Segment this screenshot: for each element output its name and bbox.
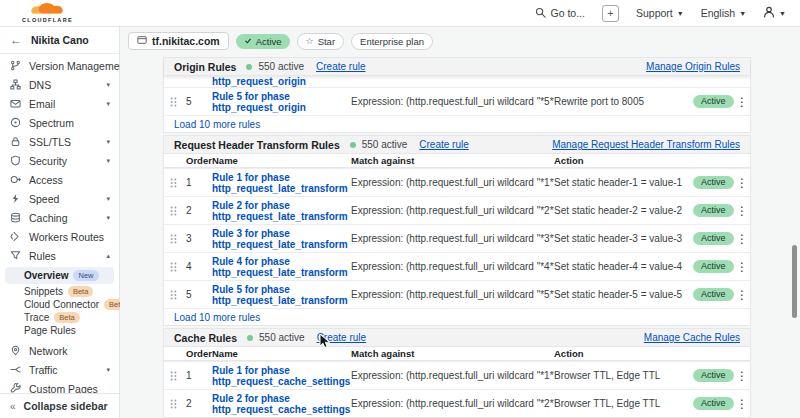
cloudflare-logo[interactable]: CLOUDFLARE	[22, 2, 73, 24]
kebab-menu-icon[interactable]: ⋮	[733, 232, 751, 246]
workers-routes-icon	[9, 231, 21, 242]
order-cell: 1	[186, 177, 212, 188]
sidebar-item-version-management[interactable]: Version Management	[0, 56, 119, 75]
kebab-menu-icon[interactable]: ⋮	[733, 369, 751, 383]
sidebar-item-speed[interactable]: Speed▾	[0, 189, 119, 208]
kebab-menu-icon[interactable]: ⋮	[733, 204, 751, 218]
create-rule-link[interactable]: Create rule	[316, 61, 365, 72]
load-more-link[interactable]: Load 10 more rules	[174, 312, 260, 323]
chevron-down-icon: ▾	[106, 138, 110, 146]
rule-name-link[interactable]: Rule 1 for phasehttp_request_cache_setti…	[212, 365, 351, 387]
match-expression: Expression: (http.request.full_uri wildc…	[351, 261, 554, 272]
column-header-order: Order	[186, 155, 212, 166]
add-button[interactable]: +	[602, 5, 619, 22]
drag-handle-icon[interactable]	[170, 262, 186, 272]
language-menu[interactable]: English ▼	[701, 7, 746, 19]
kebab-menu-icon[interactable]: ⋮	[733, 260, 751, 274]
sidebar-subitem-label: Snippets	[24, 286, 63, 297]
sidebar-item-network[interactable]: Network	[0, 341, 119, 360]
section-request-header-transform-rules: Request Header Transform Rules550 active…	[163, 135, 751, 326]
rule-name-link[interactable]: Rule 4 for phasehttp_request_late_transf…	[212, 256, 351, 278]
goto-label: Go to...	[551, 7, 585, 19]
section-header-origin-rules: Origin Rules550 activeCreate ruleManage …	[164, 58, 750, 76]
table-row: 1Rule 1 for phasehttp_request_late_trans…	[164, 168, 750, 196]
main-content: tf.nikitac.com Active ☆ Star Enterprise …	[120, 27, 800, 418]
account-menu[interactable]: ▼	[763, 6, 786, 20]
status-badge: Active	[693, 397, 734, 410]
dns-icon	[9, 79, 21, 90]
create-rule-link[interactable]: Create rule	[419, 139, 468, 150]
zone-selector[interactable]: tf.nikitac.com	[128, 32, 229, 50]
sidebar-item-traffic[interactable]: Traffic▾	[0, 360, 119, 379]
load-more-row: Load 10 more rules	[164, 115, 750, 132]
load-more-link[interactable]: Load 10 more rules	[174, 119, 260, 130]
star-icon: ☆	[306, 36, 314, 46]
sidebar-item-label: Spectrum	[29, 117, 74, 129]
rule-name-link[interactable]: http_request_origin	[212, 76, 351, 87]
drag-handle-icon[interactable]	[170, 97, 186, 107]
rule-name-link[interactable]: Rule 2 for phasehttp_request_late_transf…	[212, 200, 351, 222]
scrollbar-thumb[interactable]	[792, 245, 797, 318]
rule-name-link[interactable]: Rule 2 for phasehttp_request_cache_setti…	[212, 393, 351, 415]
support-menu[interactable]: Support ▼	[636, 7, 684, 19]
drag-handle-icon[interactable]	[170, 178, 186, 188]
email-icon	[9, 98, 21, 109]
sidebar-item-security[interactable]: Security▾	[0, 151, 119, 170]
plan-badge: Enterprise plan	[351, 33, 433, 50]
section-cache-rules: Cache Rules550 activeCreate ruleManage C…	[163, 328, 751, 418]
sidebar-item-rules[interactable]: Rules▴	[0, 246, 119, 265]
kebab-menu-icon[interactable]: ⋮	[733, 288, 751, 302]
column-header-row: OrderNameMatch againstAction	[164, 154, 750, 168]
sidebar-item-dns[interactable]: DNS▾	[0, 75, 119, 94]
column-header-name: Name	[212, 155, 351, 166]
star-button[interactable]: ☆ Star	[297, 33, 345, 50]
version-management-icon	[9, 60, 21, 71]
match-expression: Expression: (http.request.full_uri wildc…	[351, 289, 554, 300]
sidebar-item-email[interactable]: Email▾	[0, 94, 119, 113]
collapse-sidebar-button[interactable]: « Collapse sidebar	[0, 393, 119, 418]
manage-rules-link[interactable]: Manage Cache Rules	[644, 332, 740, 343]
search-icon	[535, 7, 546, 20]
match-expression: Expression: (http.request.full_uri wildc…	[351, 177, 554, 188]
sidebar-item-label: DNS	[29, 79, 51, 91]
sidebar-item-access[interactable]: Access	[0, 170, 119, 189]
action-cell: Set static header-5 = value-5	[554, 289, 693, 300]
sidebar-subitem-overview[interactable]: OverviewNew	[5, 267, 114, 284]
back-arrow-icon[interactable]: ←	[10, 33, 22, 47]
rule-name-link[interactable]: Rule 5 for phasehttp_request_late_transf…	[212, 284, 351, 306]
create-rule-link[interactable]: Create rule	[317, 332, 366, 343]
manage-rules-link[interactable]: Manage Origin Rules	[646, 61, 740, 72]
goto-search[interactable]: Go to...	[535, 7, 585, 20]
manage-rules-link[interactable]: Manage Request Header Transform Rules	[552, 139, 740, 150]
sidebar-item-ssl-tls[interactable]: SSL/TLS▾	[0, 132, 119, 151]
drag-handle-icon[interactable]	[170, 234, 186, 244]
section-title: Cache Rules	[174, 332, 237, 344]
chevron-down-icon: ▼	[779, 10, 786, 17]
sidebar-item-caching[interactable]: Caching▾	[0, 208, 119, 227]
column-header-action: Action	[554, 155, 693, 166]
drag-handle-icon[interactable]	[170, 206, 186, 216]
table-row: 4Rule 4 for phasehttp_request_late_trans…	[164, 252, 750, 280]
drag-handle-icon[interactable]	[170, 290, 186, 300]
chevron-down-icon: ▾	[106, 100, 110, 108]
sidebar-item-spectrum[interactable]: Spectrum	[0, 113, 119, 132]
sidebar-subitem-cloud-connector[interactable]: Cloud ConnectorBeta	[5, 298, 114, 311]
rule-name-link[interactable]: Rule 5 for phasehttp_request_origin	[212, 91, 351, 113]
sidebar-subitem-page-rules[interactable]: Page Rules	[5, 324, 114, 337]
chevron-up-icon: ▴	[106, 252, 110, 260]
sidebar-subitem-trace[interactable]: TraceBeta	[5, 311, 114, 324]
drag-handle-icon[interactable]	[170, 399, 186, 409]
match-expression: Expression: (http.request.full_uri wildc…	[351, 96, 554, 107]
kebab-menu-icon[interactable]: ⋮	[733, 176, 751, 190]
match-expression: Expression: (http.request.full_uri wildc…	[351, 398, 554, 409]
kebab-menu-icon[interactable]: ⋮	[733, 95, 751, 109]
sidebar-item-workers-routes[interactable]: Workers Routes	[0, 227, 119, 246]
rule-name-link[interactable]: Rule 3 for phasehttp_request_late_transf…	[212, 228, 351, 250]
clipped-table-row: http_request_origin	[164, 76, 750, 87]
drag-handle-icon[interactable]	[170, 371, 186, 381]
sidebar-subitem-snippets[interactable]: SnippetsBeta	[5, 285, 114, 298]
rule-name-link[interactable]: Rule 1 for phasehttp_request_late_transf…	[212, 172, 351, 194]
status-badge: Active	[693, 95, 734, 108]
kebab-menu-icon[interactable]: ⋮	[733, 397, 751, 411]
account-header[interactable]: ← Nikita Cano	[0, 27, 119, 54]
